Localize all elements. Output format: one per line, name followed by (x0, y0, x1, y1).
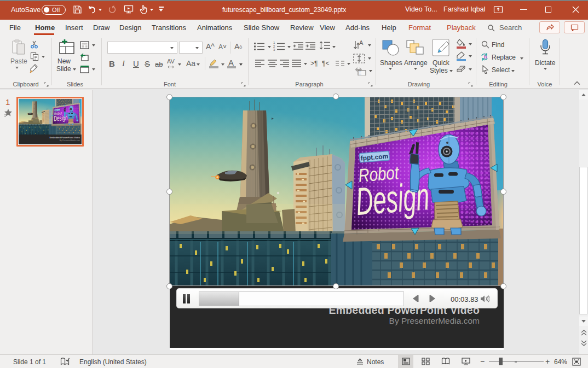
svg-text:b: b (484, 54, 487, 60)
svg-text:A: A (359, 40, 364, 46)
